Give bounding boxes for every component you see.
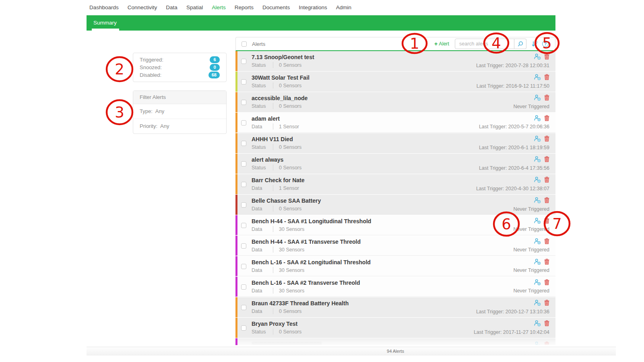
last-trigger-text: Last Trigger: 2020-12-7 13:10:36	[476, 309, 549, 315]
assign-user-button[interactable]	[534, 320, 541, 326]
nav-item[interactable]: Reports	[235, 4, 254, 10]
alert-meta: Data 1 Sensor	[252, 123, 299, 130]
assign-user-button[interactable]	[534, 279, 541, 285]
delete-alert-button[interactable]	[544, 136, 549, 142]
delete-alert-button[interactable]	[544, 238, 549, 244]
assign-user-button[interactable]	[534, 300, 541, 306]
delete-alert-button[interactable]	[544, 300, 549, 306]
assign-user-button[interactable]	[534, 115, 541, 121]
alert-checkbox[interactable]	[241, 141, 246, 146]
nav-item[interactable]: Spatial	[186, 4, 203, 10]
filter-panel-title: Filter Alerts	[133, 91, 226, 104]
assign-user-button[interactable]	[534, 136, 541, 142]
alert-type: Status	[252, 144, 273, 150]
assign-user-button[interactable]	[534, 74, 541, 80]
alert-row[interactable]: Bench L-16 - SAA #2 Longitudinal Thresho…	[235, 256, 555, 276]
delete-alert-button[interactable]	[544, 259, 549, 265]
alert-checkbox[interactable]	[241, 223, 246, 228]
nav-item[interactable]: Admin	[336, 4, 351, 10]
help-icon[interactable]: ?	[542, 41, 549, 47]
user-plus-icon	[534, 197, 541, 203]
alert-row[interactable]: Barr Check for Nate Data 1 Sensor	[235, 174, 555, 194]
assign-user-button[interactable]	[534, 259, 541, 265]
filter-value: Any	[160, 123, 169, 129]
assign-user-button[interactable]	[534, 218, 541, 224]
alert-row[interactable]: Bench H-44 - SAA #1 Transverse Threold D…	[235, 236, 555, 256]
meta-divider	[273, 144, 273, 150]
nav-item[interactable]: Connectivity	[128, 4, 157, 10]
search-button[interactable]	[514, 39, 526, 49]
alert-row[interactable]	[235, 338, 555, 345]
active-tab-indicator	[92, 29, 119, 31]
plus-icon: +	[434, 41, 438, 46]
alert-checkbox[interactable]	[241, 264, 246, 269]
alert-checkbox[interactable]	[241, 120, 246, 125]
alert-row[interactable]: accessible_lila_node Status 0 Sensors	[235, 92, 555, 112]
delete-alert-button[interactable]	[544, 53, 549, 60]
assign-user-button[interactable]	[534, 177, 541, 183]
alert-checkbox[interactable]	[241, 325, 246, 331]
assign-user-button[interactable]	[534, 238, 541, 244]
user-plus-icon	[534, 74, 541, 80]
alert-row[interactable]: 7.13 Snoop/Geonet test Status 0 Sensors	[235, 51, 555, 71]
delete-alert-button[interactable]	[544, 320, 549, 326]
delete-alert-button[interactable]	[544, 156, 549, 162]
alert-row[interactable]: 30Watt Solar Test Fail Status 0 Sensors	[235, 72, 555, 92]
delete-alert-button[interactable]	[544, 95, 549, 101]
assign-user-button[interactable]	[534, 53, 541, 60]
alert-row[interactable]: AHHH V11 Died Status 0 Sensors	[235, 133, 555, 153]
user-plus-icon	[534, 95, 541, 101]
assign-user-button[interactable]	[534, 95, 541, 101]
trash-icon	[544, 300, 549, 306]
search-input[interactable]	[455, 39, 514, 49]
alert-checkbox[interactable]	[241, 202, 246, 208]
alert-checkbox[interactable]	[241, 243, 246, 249]
assign-user-button[interactable]	[534, 197, 541, 203]
delete-alert-button[interactable]	[544, 218, 549, 224]
alert-checkbox[interactable]	[241, 59, 246, 64]
delete-alert-button[interactable]	[544, 279, 549, 285]
alert-checkbox[interactable]	[241, 305, 246, 310]
alert-title: Bench L-16 - SAA #2 Transverse Threold	[252, 280, 360, 286]
alert-row[interactable]: Belle Chasse SAA Battery Data 0 Sensors	[235, 195, 555, 215]
nav-item[interactable]: Dashboards	[89, 4, 119, 10]
alert-row[interactable]: Bryan Proxy Test Status 0 Sensors	[235, 318, 555, 338]
alert-title: Braun 42733F Thread Battery Health	[252, 300, 349, 306]
alert-row[interactable]: adam alert Data 1 Sensor	[235, 113, 555, 133]
sort-button[interactable]	[532, 41, 538, 47]
delete-alert-button[interactable]	[544, 115, 549, 121]
last-trigger-text: Never Triggered	[513, 206, 549, 212]
alert-checkbox[interactable]	[241, 79, 246, 84]
alert-title: Belle Chasse SAA Battery	[252, 197, 321, 204]
select-all-checkbox[interactable]	[242, 41, 247, 47]
user-plus-icon	[534, 115, 541, 121]
annotation-circle	[107, 57, 132, 81]
add-alert-button[interactable]: + Alert	[434, 41, 449, 47]
alert-checkbox[interactable]	[241, 182, 246, 187]
nav-item[interactable]: Data	[166, 4, 178, 10]
alert-row[interactable]: Bench H-44 - SAA #1 Longitudinal Thresho…	[235, 215, 555, 235]
filter-row[interactable]: Type:Any	[133, 104, 226, 119]
meta-divider	[273, 329, 273, 335]
alert-row[interactable]: alert always Status 0 Sensors	[235, 154, 555, 174]
last-trigger-text: Last Trigger: 2020-6-1 18:19:59	[479, 145, 549, 150]
alert-checkbox[interactable]	[241, 284, 246, 290]
delete-alert-button[interactable]	[544, 74, 549, 80]
alert-row[interactable]: Bench L-16 - SAA #2 Transverse Threold D…	[235, 277, 555, 297]
nav-item[interactable]: Alerts	[212, 4, 226, 10]
assign-user-button[interactable]	[534, 156, 541, 162]
nav-item[interactable]: Integrations	[299, 4, 327, 10]
alert-title: Bench L-16 - SAA #2 Longitudinal Thresho…	[252, 259, 371, 265]
alert-checkbox[interactable]	[241, 100, 246, 105]
alert-checkbox[interactable]	[241, 161, 246, 167]
last-trigger-text: Never Triggered	[513, 247, 549, 253]
alert-title: Bench H-44 - SAA #1 Transverse Threold	[252, 239, 361, 245]
stat-count-badge: 0	[210, 64, 220, 71]
delete-alert-button[interactable]	[544, 197, 549, 203]
nav-item[interactable]: Documents	[262, 4, 290, 10]
delete-alert-button[interactable]	[544, 177, 549, 183]
alert-row[interactable]: Braun 42733F Thread Battery Health Data …	[235, 297, 555, 317]
meta-divider	[273, 247, 273, 253]
filter-row[interactable]: Priority:Any	[133, 119, 226, 134]
alerts-count: 94 Alerts	[235, 347, 555, 355]
